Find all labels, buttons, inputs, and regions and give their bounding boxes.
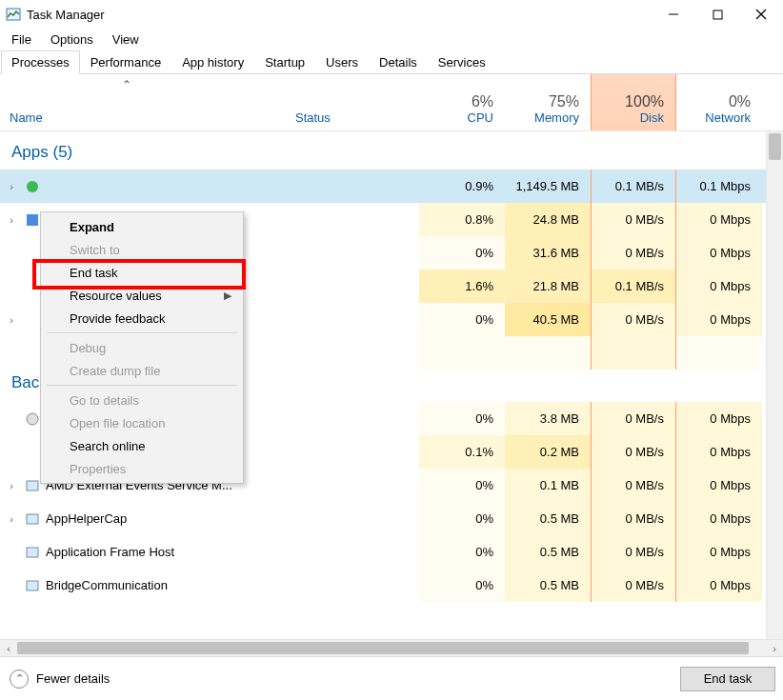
cell-disk: 0 MB/s	[591, 535, 676, 569]
group-apps[interactable]: Apps (5)	[0, 131, 766, 170]
app-icon	[25, 179, 40, 194]
fewer-details-label: Fewer details	[36, 671, 110, 686]
tab-app-history[interactable]: App history	[171, 50, 254, 74]
ctx-expand[interactable]: Expand	[43, 215, 241, 238]
cell-cpu: 0%	[419, 303, 505, 336]
scrollbar-thumb[interactable]	[17, 642, 749, 654]
menu-options[interactable]: Options	[43, 30, 101, 49]
horizontal-scrollbar[interactable]: ‹ ›	[0, 639, 783, 656]
cell-network: 0 Mbps	[676, 535, 762, 569]
col-memory[interactable]: 75% Memory	[505, 74, 591, 130]
chevron-right-icon[interactable]: ›	[4, 314, 19, 326]
maximize-button[interactable]	[695, 0, 739, 29]
cell-memory: 24.8 MB	[505, 203, 591, 236]
chevron-right-icon[interactable]: ›	[4, 480, 19, 491]
tab-services[interactable]: Services	[428, 50, 496, 74]
cell-memory: 0.5 MB	[505, 535, 591, 569]
col-status[interactable]: Status	[295, 74, 419, 130]
cell-disk: 0.1 MB/s	[591, 270, 676, 303]
col-network-label: Network	[676, 110, 751, 125]
cell-name: BridgeCommunication	[0, 578, 295, 593]
process-row[interactable]: › 0.9% 1,149.5 MB 0.1 MB/s 0.1 Mbps	[0, 170, 766, 203]
ctx-open-file-location: Open file location	[43, 411, 241, 434]
col-cpu[interactable]: 6% CPU	[419, 74, 505, 130]
footer: ⌃ Fewer details End task	[0, 656, 783, 700]
service-icon	[25, 578, 40, 593]
cell-memory: 1,149.5 MB	[505, 170, 591, 203]
scroll-left-icon[interactable]: ‹	[0, 640, 17, 657]
cell-cpu: 0.9%	[419, 170, 505, 203]
process-row[interactable]: › AppHelperCap 0% 0.5 MB 0 MB/s 0 Mbps	[0, 502, 766, 535]
cell-disk: 0.1 MB/s	[591, 170, 676, 203]
fewer-details-button[interactable]: ⌃ Fewer details	[10, 670, 110, 689]
cell-cpu: 0%	[419, 535, 505, 569]
service-icon	[25, 511, 40, 527]
sort-indicator-icon: ⌃	[122, 78, 131, 91]
minimize-button[interactable]	[652, 0, 695, 29]
service-icon	[25, 478, 40, 493]
cell-disk: 0 MB/s	[591, 469, 676, 502]
scrollbar-thumb[interactable]	[769, 133, 781, 160]
titlebar: Task Manager	[0, 0, 783, 29]
menu-view[interactable]: View	[105, 30, 147, 49]
group-apps-label: Apps (5)	[11, 143, 72, 162]
cell-disk: 0 MB/s	[591, 569, 676, 602]
cell-disk: 0 MB/s	[591, 203, 676, 236]
close-button[interactable]	[739, 0, 783, 29]
chevron-right-icon[interactable]: ›	[4, 513, 19, 525]
ctx-resource-values[interactable]: Resource values ▶	[43, 284, 241, 307]
ctx-provide-feedback[interactable]: Provide feedback	[43, 307, 241, 330]
col-cpu-pct: 6%	[419, 93, 493, 110]
cell-network: 0.1 Mbps	[676, 170, 762, 203]
col-disk[interactable]: 100% Disk	[591, 74, 676, 130]
menubar: File Options View	[0, 29, 783, 50]
ctx-debug: Debug	[43, 336, 241, 359]
tab-users[interactable]: Users	[315, 50, 369, 74]
tab-details[interactable]: Details	[369, 50, 428, 74]
ctx-switch-to: Switch to	[43, 238, 241, 261]
col-name[interactable]: ⌃ Name	[0, 74, 295, 130]
window-title: Task Manager	[27, 8, 105, 22]
vertical-scrollbar[interactable]	[766, 131, 783, 639]
cell-network: 0 Mbps	[676, 203, 762, 236]
cell-memory: 0.2 MB	[505, 435, 591, 469]
end-task-label: End task	[704, 671, 753, 686]
ctx-search-online[interactable]: Search online	[43, 434, 241, 457]
tab-startup[interactable]: Startup	[254, 50, 315, 74]
tab-processes[interactable]: Processes	[1, 50, 80, 74]
ctx-separator	[47, 332, 237, 333]
svg-point-7	[27, 413, 38, 425]
process-row[interactable]: BridgeCommunication 0% 0.5 MB 0 MB/s 0 M…	[0, 569, 766, 602]
col-disk-pct: 100%	[592, 93, 664, 110]
process-row[interactable]: Application Frame Host 0% 0.5 MB 0 MB/s …	[0, 535, 766, 569]
process-name: Application Frame Host	[46, 545, 174, 559]
cell-disk: 0 MB/s	[591, 435, 676, 469]
chevron-right-icon[interactable]: ›	[4, 181, 19, 192]
chevron-up-icon: ⌃	[10, 670, 29, 689]
cell-network: 0 Mbps	[676, 469, 762, 502]
cell-network: 0 Mbps	[676, 270, 762, 303]
ctx-end-task[interactable]: End task	[43, 261, 241, 284]
end-task-button[interactable]: End task	[680, 667, 775, 691]
app-icon	[25, 411, 40, 427]
col-disk-label: Disk	[592, 110, 664, 125]
cell-memory: 3.8 MB	[505, 402, 591, 435]
col-status-label: Status	[295, 110, 419, 125]
cell-cpu: 0%	[419, 569, 505, 602]
cell-name: Application Frame Host	[0, 545, 295, 560]
cell-network: 0 Mbps	[676, 502, 762, 535]
tab-performance[interactable]: Performance	[80, 50, 171, 74]
cell-memory: 40.5 MB	[505, 303, 591, 336]
col-memory-pct: 75%	[505, 93, 579, 110]
cell-network: 0 Mbps	[676, 236, 762, 270]
svg-rect-2	[713, 10, 722, 19]
chevron-right-icon: ▶	[224, 290, 231, 302]
col-network[interactable]: 0% Network	[676, 74, 762, 130]
scroll-right-icon[interactable]: ›	[766, 640, 783, 657]
ctx-properties: Properties	[43, 457, 241, 480]
chevron-right-icon[interactable]: ›	[4, 214, 19, 226]
tabstrip: Processes Performance App history Startu…	[0, 50, 783, 74]
cell-network: 0 Mbps	[676, 435, 762, 469]
menu-file[interactable]: File	[4, 30, 39, 49]
cell-network: 0 Mbps	[676, 303, 762, 336]
